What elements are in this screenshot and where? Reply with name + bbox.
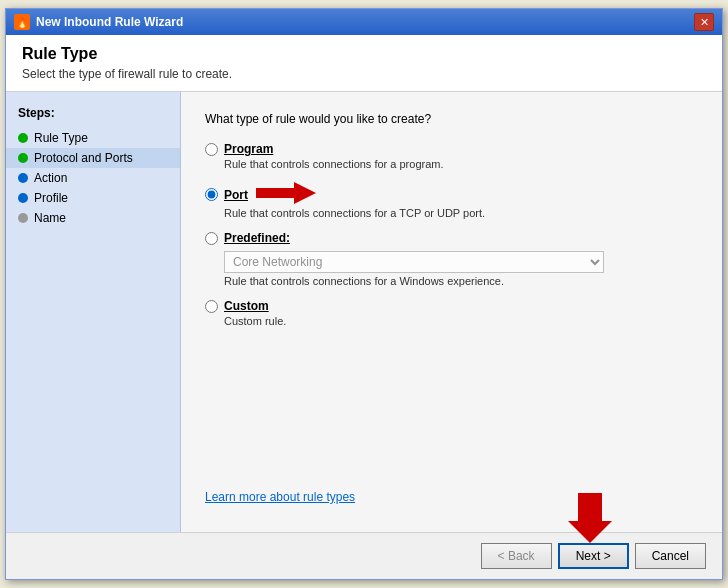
page-title: Rule Type bbox=[22, 45, 706, 63]
option-port-row: Port bbox=[205, 182, 698, 207]
option-program: Program Rule that controls connections f… bbox=[205, 142, 698, 170]
sidebar-item-action[interactable]: Action bbox=[6, 168, 180, 188]
sidebar-label-rule-type: Rule Type bbox=[34, 131, 88, 145]
desc-custom: Custom rule. bbox=[224, 315, 698, 327]
radio-custom[interactable] bbox=[205, 300, 218, 313]
back-button[interactable]: < Back bbox=[481, 543, 552, 569]
wizard-window: 🔥 New Inbound Rule Wizard ✕ Rule Type Se… bbox=[5, 8, 723, 580]
learn-more-link[interactable]: Learn more about rule types bbox=[205, 490, 698, 504]
sidebar-item-profile[interactable]: Profile bbox=[6, 188, 180, 208]
label-custom[interactable]: Custom bbox=[224, 299, 269, 313]
sidebar-item-name[interactable]: Name bbox=[6, 208, 180, 228]
arrow-down-icon bbox=[568, 493, 612, 546]
sidebar-label-protocol-ports: Protocol and Ports bbox=[34, 151, 133, 165]
question-text: What type of rule would you like to crea… bbox=[205, 112, 698, 126]
step-indicator-profile bbox=[18, 193, 28, 203]
page-subtitle: Select the type of firewall rule to crea… bbox=[22, 67, 706, 81]
close-button[interactable]: ✕ bbox=[694, 13, 714, 31]
option-program-row: Program bbox=[205, 142, 698, 156]
option-predefined-row: Predefined: bbox=[205, 231, 698, 245]
content-area: Steps: Rule Type Protocol and Ports Acti… bbox=[6, 92, 722, 532]
cancel-button[interactable]: Cancel bbox=[635, 543, 706, 569]
title-bar: 🔥 New Inbound Rule Wizard ✕ bbox=[6, 9, 722, 35]
step-indicator-action bbox=[18, 173, 28, 183]
window-title: New Inbound Rule Wizard bbox=[36, 15, 183, 29]
step-indicator-protocol-ports bbox=[18, 153, 28, 163]
steps-label: Steps: bbox=[6, 102, 180, 128]
radio-port[interactable] bbox=[205, 188, 218, 201]
sidebar-label-action: Action bbox=[34, 171, 67, 185]
sidebar: Steps: Rule Type Protocol and Ports Acti… bbox=[6, 92, 181, 532]
title-bar-left: 🔥 New Inbound Rule Wizard bbox=[14, 14, 183, 30]
label-port[interactable]: Port bbox=[224, 188, 248, 202]
option-custom: Custom Custom rule. bbox=[205, 299, 698, 327]
arrow-right-icon bbox=[256, 182, 316, 207]
option-custom-row: Custom bbox=[205, 299, 698, 313]
sidebar-item-protocol-ports[interactable]: Protocol and Ports bbox=[6, 148, 180, 168]
predefined-row: Core Networking bbox=[224, 251, 698, 273]
next-button[interactable]: Next > bbox=[558, 543, 629, 569]
step-indicator-name bbox=[18, 213, 28, 223]
desc-port: Rule that controls connections for a TCP… bbox=[224, 207, 698, 219]
desc-program: Rule that controls connections for a pro… bbox=[224, 158, 698, 170]
desc-predefined: Rule that controls connections for a Win… bbox=[224, 275, 698, 287]
window-icon: 🔥 bbox=[14, 14, 30, 30]
step-indicator-rule-type bbox=[18, 133, 28, 143]
option-predefined: Predefined: Core Networking Rule that co… bbox=[205, 231, 698, 287]
radio-program[interactable] bbox=[205, 143, 218, 156]
sidebar-label-name: Name bbox=[34, 211, 66, 225]
header-section: Rule Type Select the type of firewall ru… bbox=[6, 35, 722, 92]
main-content: What type of rule would you like to crea… bbox=[181, 92, 722, 532]
sidebar-item-rule-type[interactable]: Rule Type bbox=[6, 128, 180, 148]
predefined-select[interactable]: Core Networking bbox=[224, 251, 604, 273]
sidebar-label-profile: Profile bbox=[34, 191, 68, 205]
radio-predefined[interactable] bbox=[205, 232, 218, 245]
option-port: Port Rule that controls connections for … bbox=[205, 182, 698, 219]
label-program[interactable]: Program bbox=[224, 142, 273, 156]
radio-group: Program Rule that controls connections f… bbox=[205, 142, 698, 490]
footer: < Back Next > Cancel bbox=[6, 532, 722, 579]
svg-marker-1 bbox=[568, 493, 612, 543]
label-predefined[interactable]: Predefined: bbox=[224, 231, 290, 245]
svg-marker-0 bbox=[256, 182, 316, 204]
